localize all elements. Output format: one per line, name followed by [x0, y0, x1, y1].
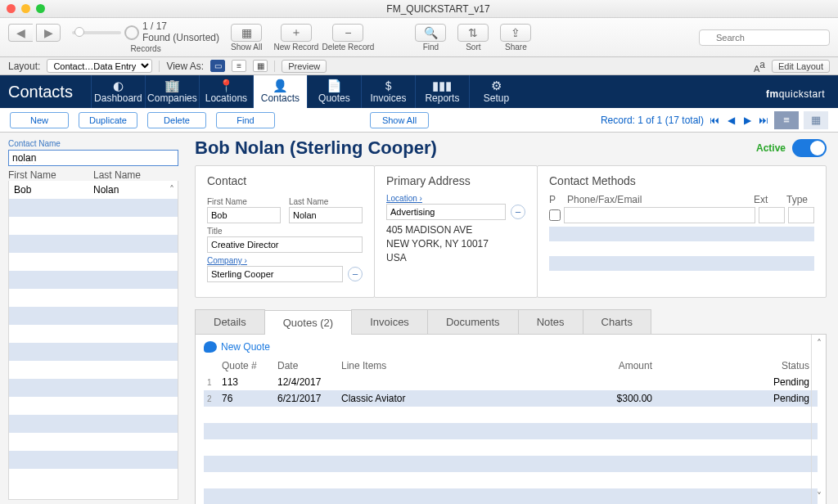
new-quote-button[interactable]: New Quote: [204, 341, 818, 353]
sidebar-search-input[interactable]: [8, 150, 178, 166]
first-name-field[interactable]: Bob: [207, 207, 281, 223]
type-field[interactable]: [788, 207, 814, 223]
minimize-icon[interactable]: [21, 4, 30, 13]
tab-documents[interactable]: Documents: [427, 309, 519, 334]
tab-charts[interactable]: Charts: [583, 309, 651, 334]
remove-company-icon[interactable]: −: [348, 267, 363, 281]
list-view-button[interactable]: ≡: [232, 60, 246, 72]
list-item[interactable]: BobNolan ˄: [9, 181, 178, 199]
nav-companies[interactable]: 🏢Companies: [145, 75, 199, 108]
find-button-2[interactable]: Find: [216, 112, 275, 128]
contact-panel: Contact First NameBob Last NameNolan Tit…: [195, 165, 375, 298]
document-icon: 📄: [327, 79, 342, 92]
tab-details[interactable]: Details: [195, 309, 265, 334]
quotes-tabbody: New Quote Quote #DateLine ItemsAmountSta…: [195, 335, 827, 504]
share-icon: ⇪: [511, 26, 520, 39]
action-bar: New Duplicate Delete Find Show All Recor…: [0, 108, 838, 133]
viewas-label: View As:: [166, 61, 204, 72]
nav-forward-button[interactable]: ▶: [36, 24, 61, 42]
main-panel: Bob Nolan (Sterling Cooper) Active Conta…: [187, 133, 838, 504]
chevron-down-icon[interactable]: ˅: [817, 491, 822, 502]
nav-back-button[interactable]: ◀: [8, 24, 33, 42]
tab-quotes[interactable]: Quotes (2): [264, 310, 352, 335]
next-record-icon[interactable]: ▶: [741, 115, 753, 126]
remove-location-icon[interactable]: −: [511, 205, 525, 219]
active-toggle[interactable]: [792, 139, 827, 157]
table-view-button[interactable]: ▦: [253, 60, 268, 72]
edit-layout-button[interactable]: Edit Layout: [772, 60, 830, 73]
chevron-up-icon[interactable]: ˄: [817, 338, 822, 349]
nav-contacts[interactable]: 👤Contacts: [253, 75, 307, 108]
grid-toggle[interactable]: ▦: [804, 111, 828, 129]
tab-notes[interactable]: Notes: [518, 309, 583, 334]
show-all-button[interactable]: ▦: [231, 24, 262, 42]
location-link[interactable]: Location: [386, 194, 525, 203]
text-format-icon[interactable]: Aa: [754, 59, 765, 74]
new-record-button[interactable]: ＋: [281, 24, 312, 42]
brand-logo: fmquickstart: [766, 83, 838, 101]
title-field[interactable]: Creative Director: [207, 236, 363, 253]
preview-button[interactable]: Preview: [282, 60, 327, 73]
company-field[interactable]: Sterling Cooper: [207, 266, 343, 282]
layout-label: Layout:: [8, 61, 40, 72]
detail-tabs: Details Quotes (2) Invoices Documents No…: [195, 309, 827, 335]
duplicate-button[interactable]: Duplicate: [79, 112, 137, 128]
window-titlebar: FM_QUICKSTART_v17: [0, 0, 838, 18]
address-text: 405 MADISON AVENEW YORK, NY 10017USA: [386, 223, 525, 264]
form-view-button[interactable]: ▭: [210, 60, 225, 72]
plus-record-icon: ＋: [291, 25, 302, 40]
gear-icon: ⚙: [491, 79, 502, 92]
record-nav: Record: 1 of 1 (17 total) ⏮ ◀ ▶ ⏭ ≡ ▦: [601, 111, 828, 129]
app-title: Contacts: [0, 83, 91, 101]
record-slider[interactable]: [72, 31, 121, 34]
location-field[interactable]: Advertising: [386, 204, 506, 220]
search-icon: 🔍: [424, 26, 438, 39]
window-title: FM_QUICKSTART_v17: [45, 3, 831, 15]
address-panel: Primary Address Location Advertising− 40…: [374, 165, 538, 298]
chevron-up-icon[interactable]: ˄: [169, 184, 174, 196]
search-input[interactable]: [699, 29, 830, 46]
nav-reports[interactable]: ▮▮▮Reports: [415, 75, 469, 108]
mac-toolbar: ◀ ▶ 1 / 17Found (Unsorted) Records ▦ Sho…: [0, 18, 838, 57]
close-icon[interactable]: [7, 4, 16, 13]
sidebar-label: Contact Name: [8, 139, 178, 148]
form-toggle[interactable]: ≡: [774, 111, 799, 129]
contact-list[interactable]: BobNolan ˄: [8, 181, 178, 500]
share-button[interactable]: ⇪: [500, 24, 531, 42]
minus-record-icon: −: [345, 26, 351, 39]
layout-select[interactable]: Contact…Data Entry: [47, 59, 152, 73]
layout-bar: Layout: Contact…Data Entry View As: ▭ ≡ …: [0, 57, 838, 75]
first-record-icon[interactable]: ⏮: [709, 115, 720, 126]
scroll-column[interactable]: ˄ ˅: [811, 335, 826, 504]
sort-button[interactable]: ⇅: [457, 24, 489, 42]
money-icon: ＄: [382, 79, 394, 92]
nav-quotes[interactable]: 📄Quotes: [307, 75, 361, 108]
app-navbar: Contacts ◐Dashboard 🏢Companies 📍Location…: [0, 75, 838, 108]
company-link[interactable]: Company: [207, 256, 363, 265]
nav-locations[interactable]: 📍Locations: [199, 75, 253, 108]
pin-icon: 📍: [219, 79, 234, 92]
active-status: Active: [756, 139, 827, 157]
panel-title: Primary Address: [386, 174, 525, 187]
table-row[interactable]: 111312/4/2017Pending: [204, 374, 818, 390]
nav-setup[interactable]: ⚙Setup: [469, 75, 523, 108]
last-name-field[interactable]: Nolan: [289, 207, 363, 223]
ext-field[interactable]: [759, 207, 785, 223]
show-all-button-2[interactable]: Show All: [370, 112, 429, 128]
find-button[interactable]: 🔍: [415, 24, 446, 42]
phone-email-field[interactable]: [564, 207, 755, 223]
grid-icon: ▦: [241, 26, 252, 39]
new-button[interactable]: New: [10, 112, 69, 128]
last-record-icon[interactable]: ⏭: [758, 115, 769, 126]
zoom-icon[interactable]: [36, 4, 45, 13]
nav-invoices[interactable]: ＄Invoices: [361, 75, 415, 108]
global-search[interactable]: [699, 29, 830, 46]
delete-record-button[interactable]: −: [332, 24, 363, 42]
nav-dashboard[interactable]: ◐Dashboard: [91, 75, 145, 108]
contact-method-row[interactable]: [549, 207, 814, 223]
primary-checkbox[interactable]: [549, 209, 561, 221]
prev-record-icon[interactable]: ◀: [725, 115, 737, 126]
table-row[interactable]: 2766/21/2017Classic Aviator$300.00Pendin…: [204, 390, 818, 407]
delete-button[interactable]: Delete: [147, 112, 206, 128]
tab-invoices[interactable]: Invoices: [351, 309, 428, 334]
